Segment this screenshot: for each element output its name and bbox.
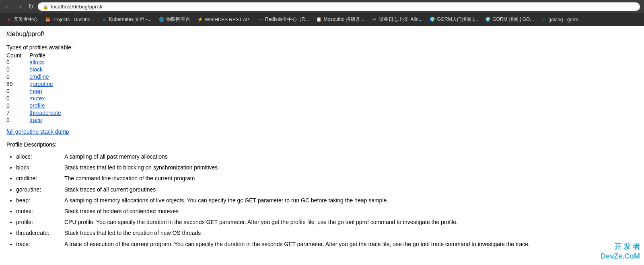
profile-link-cell[interactable]: mutex [29,95,61,102]
profile-count: 0 [6,73,29,80]
bookmark-label: WebHDFS REST API [205,17,251,22]
table-row: 0 mutex [6,95,61,102]
browser-nav: ← → ↻ 🔒 localhost/debug/pprof/ [0,0,644,13]
profile-link[interactable]: heap [29,88,42,94]
profile-link[interactable]: allocs [29,59,44,65]
desc-text: Stack traces that led to the creation of… [64,230,201,236]
full-goroutine-link[interactable]: full goroutine stack dump [6,128,69,135]
desc-text: Stack traces of holders of contended mut… [64,208,179,214]
bookmark-item[interactable]: 🌍GORM 指南 | GO... [482,15,537,24]
bookmark-item[interactable]: Cgolang - gorm -... [538,16,588,24]
desc-text: Stack traces that led to blocking on syn… [64,164,218,171]
list-item: threadcreate:Stack traces that led to th… [16,228,638,238]
bookmark-icon: A [6,17,12,22]
profile-count: 7 [6,109,29,116]
bookmark-label: GORM入门指南 |... [437,16,478,23]
profile-link-cell[interactable]: block [29,66,61,73]
address-bar[interactable]: 🔒 localhost/debug/pprof/ [38,2,640,11]
list-item: heap:A sampling of memory allocations of… [16,196,638,206]
profile-link[interactable]: block [29,66,43,73]
bookmark-item[interactable]: 🌐物联网平台 [156,15,193,24]
bookmark-icon: 🗃 [258,17,263,22]
back-button[interactable]: ← [4,3,12,11]
desc-term: block: [16,163,64,173]
bookmark-item[interactable]: 🌍GORM入门指南 |... [426,15,481,24]
profile-count: 0 [6,88,29,95]
bookmark-label: Redis命令中心（R... [265,16,309,23]
desc-text: Stack traces of all current goroutines [64,186,156,193]
lock-icon: 🔒 [43,4,49,10]
descriptions-list: allocs:A sampling of all past memory all… [6,152,638,249]
count-header: Count [6,52,29,59]
desc-term: profile: [16,217,64,227]
profile-count: 0 [6,66,29,73]
profile-count: 0 [6,95,29,102]
list-item: block:Stack traces that led to blocking … [16,163,638,173]
forward-button[interactable]: → [15,3,23,11]
url-text: localhost/debug/pprof/ [51,4,103,10]
bookmarks-bar: A开发者中心🦊Projects · Dashbo...⎈Kubernetes 文… [0,13,644,26]
desc-term: cmdline: [16,173,64,183]
profile-count: 89 [6,80,29,88]
bookmark-item[interactable]: ⚡WebHDFS REST API [194,16,254,24]
bookmark-icon: C [541,17,547,22]
profile-link-cell[interactable]: trace [29,116,61,124]
table-row: 0 block [6,66,61,73]
bookmark-item[interactable]: 🗃Redis命令中心（R... [255,15,312,24]
profile-link-cell[interactable]: cmdline [29,73,61,80]
desc-term: allocs: [16,152,64,162]
profile-header: Profile [29,52,61,59]
bookmark-label: 物联网平台 [166,16,190,23]
bookmark-icon: 🌍 [430,17,435,22]
table-row: 0 trace [6,116,61,124]
bookmark-item[interactable]: A开发者中心 [3,15,41,24]
desc-term: trace: [16,239,64,249]
table-row: 0 cmdline [6,73,61,80]
profile-link-cell[interactable]: threadcreate [29,109,61,116]
bookmark-icon: 🌍 [485,17,491,22]
profile-link[interactable]: trace [29,117,42,123]
bookmark-item[interactable]: 📋Mosquitto 搭建及... [313,15,367,24]
profile-count: 0 [6,116,29,124]
table-row: 0 allocs [6,59,61,66]
bookmark-icon: 🌐 [159,17,165,22]
table-row: 89 goroutine [6,80,61,88]
profile-link[interactable]: goroutine [29,81,53,87]
refresh-button[interactable]: ↻ [27,3,35,11]
bookmark-label: Mosquitto 搭建及... [323,16,364,23]
profile-link-cell[interactable]: goroutine [29,80,61,88]
profile-link[interactable]: cmdline [29,73,49,80]
desc-term: threadcreate: [16,228,64,238]
desc-text: CPU profile. You can specify the duratio… [64,219,458,225]
bookmark-icon: ⚡ [198,17,203,22]
bookmark-item[interactable]: ⎈Kubernetes 文档 -... [99,15,155,24]
profile-count: 0 [6,59,29,66]
list-item: goroutine:Stack traces of all current go… [16,185,638,195]
descriptions-heading: Profile Descriptions: [6,141,638,148]
bookmark-icon: 📋 [316,17,322,22]
profile-link-cell[interactable]: profile [29,102,61,109]
profile-link-cell[interactable]: allocs [29,59,61,66]
browser-chrome: ← → ↻ 🔒 localhost/debug/pprof/ A开发者中心🦊Pr… [0,0,644,26]
bookmark-item[interactable]: 🦊Projects · Dashbo... [42,16,98,24]
table-row: 0 profile [6,102,61,109]
bookmark-label: 开发者中心 [14,16,38,23]
profile-link[interactable]: threadcreate [29,110,61,116]
profile-link-cell[interactable]: heap [29,88,61,95]
table-row: 7 threadcreate [6,109,61,116]
bookmark-icon: ⎈ [102,17,107,22]
list-item: cmdline:The command line invocation of t… [16,173,638,183]
bookmark-label: Projects · Dashbo... [52,17,95,22]
bookmark-icon: ↩ [372,17,377,22]
profile-link[interactable]: profile [29,102,45,109]
bookmark-item[interactable]: ↩设备日志上报_Alin... [368,15,426,24]
desc-text: A sampling of all past memory allocation… [64,153,168,160]
desc-text: A trace of execution of the current prog… [64,241,530,247]
list-item: allocs:A sampling of all past memory all… [16,152,638,162]
profiles-table: Count Profile 0 allocs 0 block 0 cmdline… [6,52,61,124]
table-row: 0 heap [6,88,61,95]
profile-link[interactable]: mutex [29,95,45,102]
desc-text: The command line invocation of the curre… [64,175,195,181]
bookmark-icon: 🦊 [45,17,51,22]
list-item: profile:CPU profile. You can specify the… [16,217,638,227]
